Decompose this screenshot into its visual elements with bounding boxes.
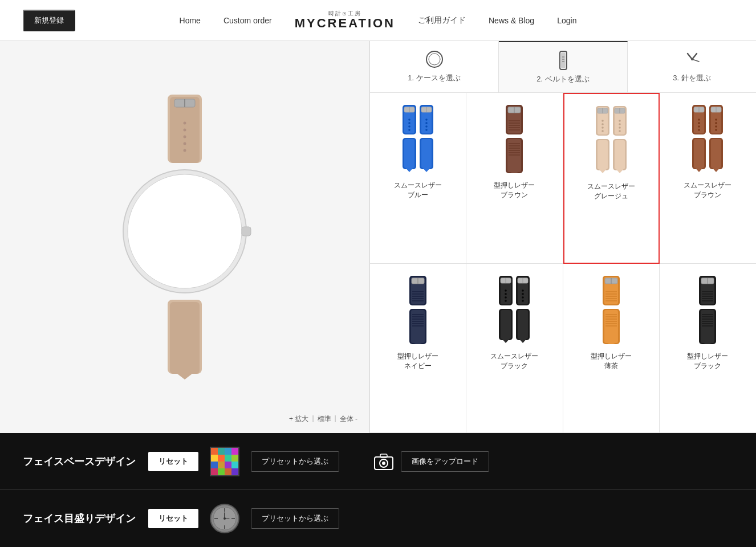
logo-main: MYCREATION: [295, 17, 395, 30]
svg-rect-196: [218, 462, 225, 468]
face-dial-reset-button[interactable]: リセット: [148, 509, 198, 528]
svg-point-7: [183, 142, 186, 145]
svg-point-133: [505, 293, 507, 295]
tab-case[interactable]: 1. ケースを選ぶ: [370, 41, 499, 92]
strap-panel: 1. ケースを選ぶ 2. ベルトを選ぶ: [369, 41, 756, 433]
svg-point-144: [522, 293, 525, 295]
svg-rect-199: [211, 468, 218, 475]
svg-point-5: [183, 129, 186, 132]
bottom-bar: フェイスベースデザイン リセット: [0, 433, 756, 547]
nav-news[interactable]: News & Blog: [489, 16, 534, 25]
strap-image-smooth-brown: [685, 102, 730, 176]
strap-item-smooth-brown[interactable]: スムースレザー ブラウン: [660, 93, 756, 264]
svg-rect-35: [404, 139, 414, 168]
svg-point-106: [716, 129, 718, 131]
strap-item-smooth-blue[interactable]: スムースレザー ブルー: [370, 93, 466, 264]
svg-point-31: [408, 122, 410, 124]
zoom-controls: + 拡大 | 標準 | 全体 -: [289, 414, 357, 424]
site-logo: 時計⊙工房 MYCREATION: [295, 10, 395, 30]
svg-point-103: [716, 119, 718, 121]
strap-grid: スムースレザー ブルー: [370, 93, 756, 433]
face-base-label: フェイスベースデザイン: [23, 455, 137, 468]
svg-point-71: [601, 123, 604, 125]
face-dial-label: フェイス目盛りデザイン: [23, 512, 137, 525]
strap-label-smooth-black: スムースレザー ブラック: [490, 352, 538, 371]
svg-rect-198: [231, 462, 238, 468]
upload-button[interactable]: 画像をアップロード: [401, 451, 489, 472]
svg-rect-13: [170, 302, 200, 374]
nav-guide[interactable]: ご利用ガイド: [418, 15, 466, 26]
step-tabs: 1. ケースを選ぶ 2. ベルトを選ぶ: [370, 41, 756, 93]
tab-belt-label: 2. ベルトを選ぶ: [536, 74, 589, 84]
svg-point-10: [128, 174, 242, 288]
belt-icon: [553, 50, 574, 71]
face-dial-preset-button[interactable]: プリセットから選ぶ: [251, 508, 339, 529]
svg-rect-193: [225, 455, 231, 462]
svg-point-33: [408, 129, 410, 131]
strap-item-embossed-tan[interactable]: 型押しレザー 薄茶: [563, 264, 660, 433]
strap-label-smooth-greige: スムースレザー グレージュ: [587, 182, 635, 201]
svg-rect-160: [604, 310, 618, 343]
nav-home[interactable]: Home: [180, 16, 201, 25]
svg-point-44: [425, 129, 428, 131]
strap-item-embossed-black[interactable]: 型押しレザー ブラック: [660, 264, 756, 433]
svg-rect-187: [211, 448, 218, 455]
strap-label-embossed-black: 型押しレザー ブラック: [687, 352, 728, 371]
strap-image-smooth-black: [491, 273, 537, 347]
svg-rect-195: [211, 462, 218, 468]
camera-wrapper: 画像をアップロード: [373, 451, 489, 472]
hands-icon: [682, 49, 702, 70]
tab-case-label: 1. ケースを選ぶ: [408, 73, 460, 83]
svg-rect-201: [225, 468, 231, 475]
svg-point-73: [601, 130, 604, 132]
zoom-full[interactable]: 全体 -: [340, 414, 357, 424]
svg-point-92: [698, 119, 701, 121]
zoom-standard[interactable]: 標準: [318, 414, 331, 424]
nav-custom-order[interactable]: Custom order: [223, 16, 272, 25]
face-base-reset-button[interactable]: リセット: [148, 452, 198, 471]
svg-point-83: [619, 126, 621, 129]
svg-point-143: [522, 289, 525, 292]
svg-rect-194: [231, 455, 238, 462]
register-button[interactable]: 新規登録: [23, 10, 75, 31]
watch-image-area: [0, 41, 369, 433]
strap-image-embossed-brown: [491, 102, 537, 176]
svg-rect-75: [598, 140, 608, 169]
watch-preview-panel: + 拡大 | 標準 | 全体 -: [0, 41, 369, 433]
svg-point-70: [601, 120, 604, 122]
svg-point-30: [408, 119, 410, 121]
svg-rect-189: [225, 448, 231, 455]
strap-item-smooth-black[interactable]: スムースレザー ブラック: [466, 264, 563, 433]
tab-belt[interactable]: 2. ベルトを選ぶ: [499, 41, 628, 92]
tab-hands[interactable]: 3. 針を選ぶ: [628, 41, 756, 92]
svg-point-8: [183, 149, 186, 152]
svg-rect-11: [242, 227, 251, 236]
svg-point-95: [698, 129, 701, 131]
svg-rect-190: [231, 448, 238, 455]
zoom-expand[interactable]: + 拡大: [289, 414, 308, 424]
strap-image-embossed-navy: [395, 273, 441, 347]
strap-label-smooth-blue: スムースレザー ブルー: [394, 181, 442, 200]
svg-point-25: [691, 58, 693, 60]
case-icon: [424, 49, 445, 70]
svg-point-41: [425, 119, 428, 121]
svg-rect-18: [561, 52, 566, 68]
nav-login[interactable]: Login: [557, 16, 576, 25]
svg-point-145: [522, 296, 525, 299]
svg-point-43: [425, 125, 428, 128]
svg-point-42: [425, 122, 428, 124]
strap-image-smooth-greige: [588, 103, 634, 177]
strap-item-embossed-navy[interactable]: 型押しレザー ネイビー: [370, 264, 466, 433]
svg-point-105: [716, 125, 718, 128]
watch-svg: [111, 95, 259, 379]
strap-item-smooth-greige[interactable]: スムースレザー グレージュ: [563, 93, 660, 264]
svg-rect-202: [231, 468, 238, 475]
face-base-thumbnail: [210, 447, 239, 476]
strap-item-embossed-brown[interactable]: 型押しレザー ブラウン: [466, 93, 563, 264]
strap-label-embossed-tan: 型押しレザー 薄茶: [591, 352, 632, 371]
face-base-preset-button[interactable]: プリセットから選ぶ: [251, 451, 339, 472]
svg-point-82: [619, 123, 621, 125]
header: 新規登録 Home Custom order 時計⊙工房 MYCREATION …: [0, 0, 756, 41]
zoom-sep1: |: [312, 414, 314, 424]
svg-rect-200: [218, 468, 225, 475]
